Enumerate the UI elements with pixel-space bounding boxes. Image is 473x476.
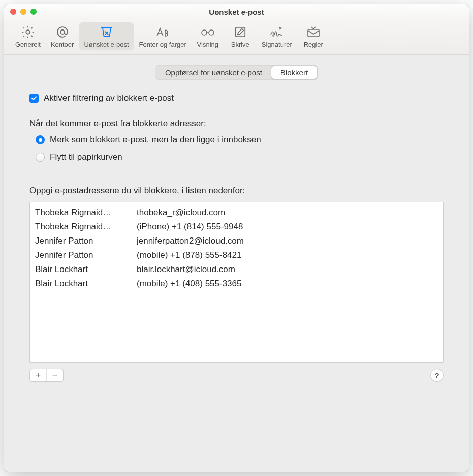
toolbar-accounts[interactable]: Kontoer — [46, 22, 79, 50]
minus-icon: − — [52, 370, 58, 381]
when-radio-group: Merk som blokkert e-post, men la den lig… — [36, 135, 444, 169]
toolbar-label: Signaturer — [262, 41, 292, 48]
checkmark-icon — [31, 95, 37, 101]
list-item[interactable]: Blair Lockhart blair.lockhart@icloud.com — [35, 262, 438, 277]
svg-point-0 — [26, 30, 29, 34]
zoom-button[interactable] — [30, 9, 37, 15]
svg-rect-5 — [308, 29, 319, 37]
window-title: Uønsket e-post — [4, 8, 469, 16]
radio-label: Merk som blokkert e-post, men la den lig… — [50, 135, 261, 145]
toolbar-junk-mail[interactable]: Uønsket e-post — [79, 22, 134, 50]
svg-point-3 — [209, 30, 214, 35]
list-value: jenniferpatton2@icloud.com — [137, 234, 438, 248]
segment-junk-behaviour[interactable]: Oppførsel for uønsket e-post — [156, 66, 271, 79]
toolbar-rules[interactable]: Regler — [297, 22, 330, 50]
list-name: Blair Lockhart — [35, 277, 137, 291]
list-value: (iPhone) +1 (814) 555-9948 — [137, 220, 438, 234]
radio-mark-blocked[interactable]: Merk som blokkert e-post, men la den lig… — [36, 135, 444, 145]
close-button[interactable] — [10, 9, 16, 15]
blocked-list[interactable]: Thobeka Rigmaid… thobeka_r@icloud.com Th… — [29, 202, 444, 363]
toolbar-viewing[interactable]: Visning — [192, 22, 224, 50]
svg-point-1 — [60, 30, 65, 34]
list-item[interactable]: Blair Lockhart (mobile) +1 (408) 555-336… — [35, 277, 438, 291]
svg-point-2 — [202, 30, 207, 35]
list-heading: Oppgi e-postadressene du vil blokkere, i… — [29, 186, 444, 196]
radio-move-trash[interactable]: Flytt til papirkurven — [36, 152, 444, 162]
junk-bin-icon — [98, 24, 116, 40]
plus-icon: + — [36, 370, 41, 381]
list-value: thobeka_r@icloud.com — [137, 205, 438, 220]
gear-icon — [19, 24, 37, 40]
list-name: Thobeka Rigmaid… — [35, 205, 137, 220]
list-value: (mobile) +1 (878) 555-8421 — [137, 248, 438, 262]
remove-button[interactable]: − — [47, 369, 63, 381]
radio-button[interactable] — [36, 135, 45, 144]
add-remove-control: + − — [29, 369, 64, 382]
content-area: Oppførsel for uønsket e-post Blokkert Ak… — [4, 55, 469, 472]
toolbar-label: Regler — [304, 41, 323, 48]
toolbar-label: Uønsket e-post — [84, 41, 129, 48]
enable-filtering-label: Aktiver filtrering av blokkert e-post — [44, 93, 174, 103]
toolbar-label: Kontoer — [51, 41, 74, 48]
segment-blocked[interactable]: Blokkert — [271, 66, 317, 79]
svg-rect-4 — [236, 27, 245, 37]
list-item[interactable]: Thobeka Rigmaid… (iPhone) +1 (814) 555-9… — [35, 220, 438, 234]
enable-filtering-row[interactable]: Aktiver filtrering av blokkert e-post — [29, 93, 444, 103]
radio-button[interactable] — [36, 153, 45, 162]
blocked-panel: Oppførsel for uønsket e-post Blokkert Ak… — [14, 65, 459, 462]
list-name: Thobeka Rigmaid… — [35, 220, 137, 234]
segmented-control: Oppførsel for uønsket e-post Blokkert — [155, 65, 318, 80]
signature-icon — [268, 24, 286, 40]
toolbar-label: Generelt — [15, 41, 41, 48]
preferences-toolbar: Generelt Kontoer Uønsket e-post Fonter o… — [4, 19, 469, 55]
list-value: blair.lockhart@icloud.com — [137, 262, 438, 277]
radio-label: Flytt til papirkurven — [50, 152, 122, 162]
toolbar-label: Visning — [197, 41, 218, 48]
list-item[interactable]: Thobeka Rigmaid… thobeka_r@icloud.com — [35, 205, 438, 220]
toolbar-general[interactable]: Generelt — [10, 22, 46, 50]
rules-envelope-icon — [304, 24, 323, 40]
list-value: (mobile) +1 (408) 555-3365 — [137, 277, 438, 291]
list-name: Jennifer Patton — [35, 248, 137, 262]
help-button[interactable]: ? — [430, 369, 444, 382]
toolbar-fonts-colors[interactable]: Fonter og farger — [134, 22, 192, 50]
list-name: Blair Lockhart — [35, 262, 137, 277]
list-name: Jennifer Patton — [35, 234, 137, 248]
minimize-button[interactable] — [20, 9, 26, 15]
preferences-window: Uønsket e-post Generelt Kontoer Uønsket … — [4, 4, 469, 472]
panel-footer: + − ? — [29, 369, 444, 382]
at-sign-icon — [53, 24, 72, 40]
compose-icon — [231, 24, 249, 40]
toolbar-label: Fonter og farger — [139, 41, 186, 48]
enable-filtering-checkbox[interactable] — [29, 94, 39, 103]
toolbar-composing[interactable]: Skrive — [224, 22, 257, 50]
add-button[interactable]: + — [30, 369, 46, 381]
toolbar-signatures[interactable]: Signaturer — [257, 22, 297, 50]
when-heading: Når det kommer e-post fra blokkerte adre… — [29, 118, 444, 129]
toolbar-label: Skrive — [231, 41, 249, 48]
traffic-lights — [10, 9, 37, 15]
question-icon: ? — [434, 371, 439, 380]
list-item[interactable]: Jennifer Patton (mobile) +1 (878) 555-84… — [35, 248, 438, 262]
glasses-icon — [199, 24, 217, 40]
list-item[interactable]: Jennifer Patton jenniferpatton2@icloud.c… — [35, 234, 438, 248]
fonts-icon — [153, 24, 172, 40]
titlebar: Uønsket e-post — [4, 4, 469, 19]
